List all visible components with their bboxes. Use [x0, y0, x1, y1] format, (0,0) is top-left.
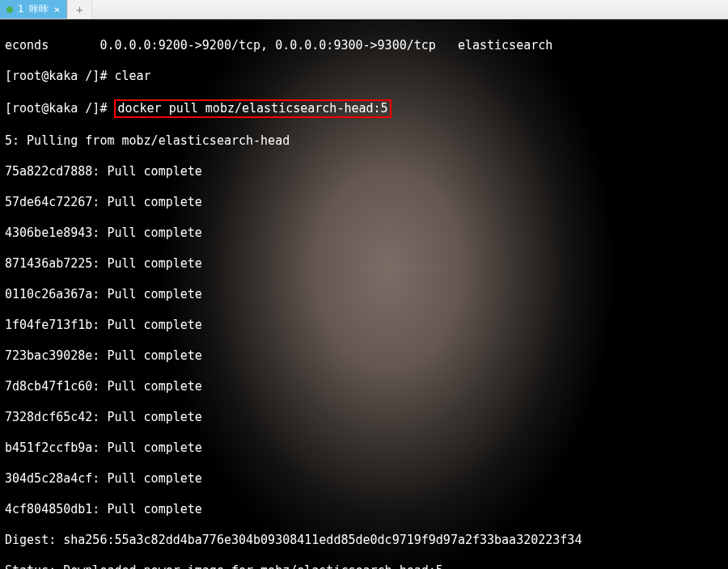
output-line: 7d8cb47f1c60: Pull complete [5, 379, 723, 394]
output-line: 5: Pulling from mobz/elasticsearch-head [5, 133, 723, 149]
tab-title: 1 咔咔 [18, 2, 49, 16]
output-line: 4cf804850db1: Pull complete [5, 502, 723, 517]
output-line: b451f2ccfb9a: Pull complete [5, 440, 723, 456]
connection-status-icon [6, 6, 13, 13]
output-line: Status: Downloaded newer image for mobz/… [5, 563, 723, 569]
output-line: [root@kaka /]# docker pull mobz/elastics… [5, 99, 723, 118]
prompt: [root@kaka /]# [5, 101, 114, 116]
output-line: 57de64c72267: Pull complete [5, 195, 723, 210]
output-line: [root@kaka /]# clear [5, 69, 723, 84]
add-tab-button[interactable]: + [67, 0, 91, 19]
output-line: 1f04fe713f1b: Pull complete [5, 318, 723, 333]
output-line: 75a822cd7888: Pull complete [5, 164, 723, 179]
output-line: econds 0.0.0.0:9200->9200/tcp, 0.0.0.0:9… [5, 38, 723, 53]
output-line: Digest: sha256:55a3c82dd4ba776e304b09308… [5, 533, 723, 548]
terminal-output[interactable]: econds 0.0.0.0:9200->9200/tcp, 0.0.0.0:9… [0, 19, 728, 569]
output-line: 723bac39028e: Pull complete [5, 348, 723, 364]
plus-icon: + [76, 3, 83, 16]
output-line: 304d5c28a4cf: Pull complete [5, 471, 723, 487]
output-line: 4306be1e8943: Pull complete [5, 225, 723, 241]
highlighted-command: docker pull mobz/elasticsearch-head:5 [114, 99, 391, 118]
output-line: 7328dcf65c42: Pull complete [5, 410, 723, 425]
close-icon[interactable]: × [53, 3, 60, 15]
output-line: 0110c26a367a: Pull complete [5, 287, 723, 302]
tab-bar: 1 咔咔 × + [0, 0, 728, 19]
terminal-tab[interactable]: 1 咔咔 × [0, 0, 67, 19]
output-line: 871436ab7225: Pull complete [5, 256, 723, 272]
